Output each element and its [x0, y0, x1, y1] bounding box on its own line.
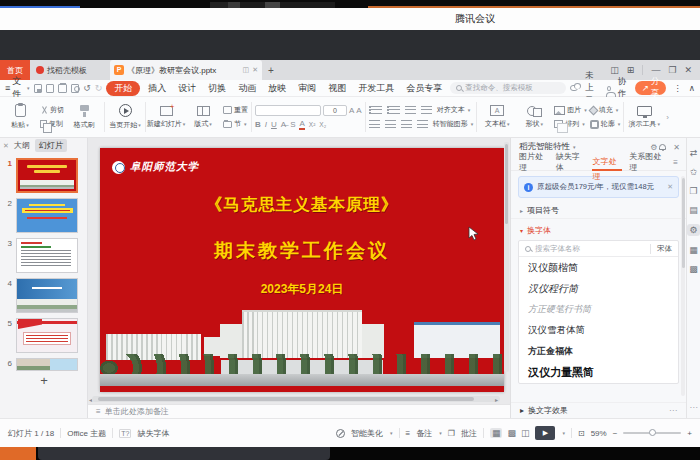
horizontal-scrollbar[interactable] [92, 396, 500, 402]
layout-button[interactable]: 版式▾ [186, 99, 220, 135]
italic-button[interactable]: I [265, 120, 267, 129]
undo-icon[interactable]: ↺ [83, 83, 91, 93]
strikethrough-button[interactable]: A̶ [281, 120, 286, 129]
indent-increase-icon[interactable] [421, 106, 432, 114]
share-button[interactable]: ↗ 分享 [635, 81, 667, 95]
view-reading-button[interactable]: ◫ [521, 428, 530, 438]
view-sorter-icon[interactable]: ▩ [689, 264, 698, 274]
cut-button[interactable]: 剪切 [40, 105, 64, 115]
tab-design[interactable]: 设计 [174, 82, 200, 95]
theme-label[interactable]: Office 主题 [67, 428, 106, 439]
star-icon[interactable]: ✩ [690, 167, 698, 177]
tab-view[interactable]: 视图 [324, 82, 350, 95]
reset-button[interactable]: 重置 [223, 105, 248, 115]
redo-icon[interactable]: ↻ [95, 83, 103, 93]
slide-date[interactable]: 2023年5月24日 [100, 281, 504, 298]
pin-tab-icon[interactable]: ◫ [243, 66, 250, 74]
numbering-icon[interactable] [387, 106, 400, 114]
more-icon[interactable]: ⋯ [669, 406, 677, 415]
zoom-slider[interactable] [623, 432, 681, 434]
view-normal-icon[interactable]: ▦ [689, 245, 698, 255]
slide-thumbnail-3[interactable] [16, 238, 78, 273]
font-option[interactable]: 汉仪程行简 [519, 278, 678, 299]
view-sorter-button[interactable]: ▩ [507, 428, 516, 438]
shapes-button[interactable]: 形状▾ [517, 99, 551, 135]
tab-review[interactable]: 审阅 [294, 82, 320, 95]
zoom-in-button[interactable]: + [687, 429, 692, 438]
comments-icon[interactable]: ❐ [448, 429, 455, 438]
smart-graphic-button[interactable]: 转智能图形▾ [433, 119, 474, 129]
more-options-icon[interactable]: ⋮ [673, 83, 682, 93]
panel-tab-text[interactable]: 文字处理 [592, 154, 622, 171]
tab-animation[interactable]: 动画 [234, 82, 260, 95]
bell-icon[interactable] [659, 144, 666, 150]
panel-menu-icon[interactable]: ≡ [673, 158, 678, 167]
pages-icon[interactable]: ❐ [689, 186, 697, 196]
picture-button[interactable]: 图片▾ [554, 105, 587, 115]
add-slide-button[interactable]: + [0, 373, 88, 388]
panel-tab-image[interactable]: 图片处理 [519, 151, 549, 173]
zoom-slider-knob[interactable] [649, 429, 656, 436]
tab-insert[interactable]: 插入 [144, 82, 170, 95]
fit-window-icon[interactable]: ⊡ [578, 429, 585, 438]
notes-bar[interactable]: ≡ 单击此处添加备注 [88, 404, 510, 418]
command-search-input[interactable]: 查找命令、搜索模板 [450, 82, 566, 94]
outline-button[interactable]: 轮廓▾ [590, 119, 621, 129]
close-panel-icon[interactable]: ✕ [673, 143, 680, 152]
collapse-ribbon-icon[interactable]: ∧ [689, 83, 695, 93]
save-icon[interactable] [34, 84, 42, 93]
swap-icon[interactable]: ⇄ [690, 148, 698, 158]
close-banner-icon[interactable]: ✕ [667, 183, 673, 191]
font-option[interactable]: 方正金福体 [519, 341, 678, 362]
tab-slides[interactable]: 幻灯片 [35, 139, 67, 152]
text-effect-section[interactable]: ▸ 换文字效果 ⋯ [511, 402, 686, 418]
line-spacing-icon[interactable] [417, 120, 428, 128]
bullets-section[interactable]: ▸ 项目符号 [511, 203, 686, 219]
tab-devtools[interactable]: 开发工具 [354, 82, 398, 95]
zoom-out-button[interactable]: − [613, 429, 618, 438]
slide-title[interactable]: 《马克思主义基本原理》 [100, 194, 504, 216]
grow-font-button[interactable]: A [349, 106, 354, 115]
align-text-button[interactable]: 对齐文本▾ [437, 105, 471, 115]
view-normal-button[interactable]: ▦ [490, 428, 503, 438]
shrink-font-button[interactable]: A [356, 106, 361, 115]
scroll-right-icon[interactable]: ▸ [495, 396, 498, 403]
indent-decrease-icon[interactable] [405, 106, 416, 114]
font-option[interactable]: 方正硬笔行书简 [519, 299, 678, 320]
arrange-button[interactable]: 排列▾ [554, 119, 587, 129]
slide-subtitle[interactable]: 期末教学工作会议 [100, 238, 504, 264]
tab-slideshow[interactable]: 放映 [264, 82, 290, 95]
copy-button[interactable]: 复制 [40, 119, 64, 129]
missing-font-label[interactable]: 缺失字体 [137, 428, 169, 439]
vertical-scrollbar[interactable] [504, 142, 509, 372]
align-left-icon[interactable] [369, 120, 380, 128]
subscript-button[interactable]: X₂ [319, 121, 326, 128]
new-tab-button[interactable]: + [262, 60, 280, 80]
board-icon[interactable]: ▤ [689, 205, 698, 215]
panel-tab-missing-font[interactable]: 缺失字体 [556, 151, 586, 173]
bold-button[interactable]: B [255, 120, 261, 129]
notes-toggle-icon[interactable]: ≡ [406, 429, 411, 438]
slide-thumbnail-5[interactable] [16, 318, 78, 353]
output-icon[interactable] [46, 84, 54, 93]
align-right-icon[interactable] [401, 120, 412, 128]
font-size-combobox[interactable]: 0 [323, 105, 347, 116]
underline-button[interactable]: U [271, 120, 277, 129]
font-option[interactable]: 汉仪力量黑简 [519, 362, 678, 383]
align-center-icon[interactable] [385, 120, 396, 128]
tab-document[interactable]: P 《原理》教研室会议.pptx ◫ ✕ [110, 60, 262, 80]
zoom-percentage[interactable]: 59% [591, 429, 607, 438]
docer-features-icon[interactable]: ⚙ [687, 224, 699, 236]
chevron-down-icon[interactable]: ▾ [573, 144, 576, 150]
print-preview-icon[interactable] [71, 84, 79, 93]
current-slide[interactable]: 阜阳师范大学 《马克思主义基本原理》 期末教学工作会议 2023年5月24日 [100, 148, 504, 392]
print-icon[interactable] [58, 84, 66, 93]
beautify-label[interactable]: 智能美化 [351, 428, 383, 439]
slide-thumbnail-6[interactable] [16, 358, 78, 371]
panel-scrollbar[interactable] [681, 176, 685, 396]
comments-label[interactable]: 批注 [461, 428, 477, 439]
notes-toggle-label[interactable]: 备注 [416, 428, 432, 439]
font-color-button[interactable]: A [299, 120, 304, 130]
font-option[interactable]: 汉仪雪君体简 [519, 320, 678, 341]
close-tab-icon[interactable]: ✕ [252, 66, 258, 74]
